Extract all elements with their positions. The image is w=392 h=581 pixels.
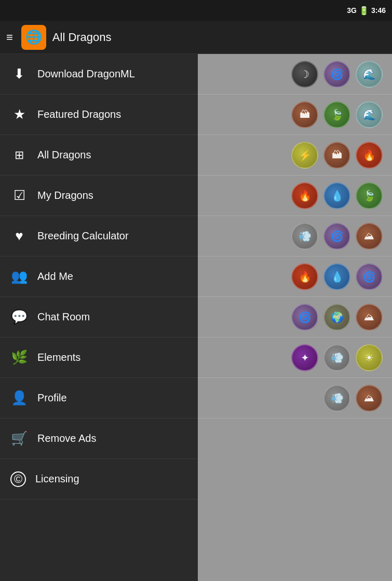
sidebar-item-chat-room[interactable]: 💬 Chat Room bbox=[0, 297, 198, 337]
sidebar-label-all-dragons: All Dragons bbox=[37, 149, 91, 161]
sidebar-item-licensing[interactable]: © Licensing bbox=[0, 459, 198, 499]
dragon-row-2: 🏔 🍃 🌊 bbox=[198, 94, 392, 135]
profile-icon: 👤 bbox=[10, 390, 28, 406]
element-nature2[interactable]: 🍃 bbox=[356, 182, 383, 209]
content-panel: ☽ 🌀 🌊 🏔 🍃 🌊 ⚡ bbox=[198, 54, 392, 581]
main-layout: ⬇ Download DragonML ★ Featured Dragons ⊞… bbox=[0, 54, 392, 581]
sidebar-item-elements[interactable]: 🌿 Elements bbox=[0, 337, 198, 378]
element-water2[interactable]: 💧 bbox=[323, 263, 350, 290]
copyright-icon: © bbox=[10, 471, 26, 487]
element-air[interactable]: 💨 bbox=[291, 223, 318, 250]
element-earth[interactable]: 🌍 bbox=[323, 304, 350, 331]
sidebar-item-featured-dragons[interactable]: ★ Featured Dragons bbox=[0, 94, 198, 135]
dragon-row-3: ⚡ 🏔 🔥 bbox=[198, 135, 392, 175]
dragon-row-1: ☽ 🌀 🌊 bbox=[198, 54, 392, 94]
dragon-row-8: ✦ 💨 ☀ bbox=[198, 337, 392, 378]
element-purple[interactable]: ✦ bbox=[291, 344, 318, 371]
sidebar-label-breeding-calculator: Breeding Calculator bbox=[37, 230, 129, 242]
element-nature[interactable]: 🍃 bbox=[323, 101, 350, 128]
battery-icon: 🔋 bbox=[359, 6, 369, 16]
sidebar-label-my-dragons: My Dragons bbox=[37, 190, 93, 201]
sidebar-item-download-dragonml[interactable]: ⬇ Download DragonML bbox=[0, 54, 198, 94]
element-wind4[interactable]: 🌀 bbox=[291, 304, 318, 331]
app-header: ≡ 🌐 All Dragons bbox=[0, 21, 392, 54]
element-water[interactable]: 💧 bbox=[323, 182, 350, 209]
dragon-row-4: 🔥 💧 🍃 bbox=[198, 175, 392, 216]
app-logo: 🌐 bbox=[21, 25, 46, 50]
element-sun[interactable]: ☀ bbox=[356, 344, 383, 371]
download-icon: ⬇ bbox=[10, 66, 28, 82]
element-terra3[interactable]: ⛰ bbox=[356, 385, 383, 412]
element-wind[interactable]: 🌀 bbox=[323, 61, 350, 88]
dragon-row-5: 💨 🌀 ⛰ bbox=[198, 216, 392, 256]
dragon-row-7: 🌀 🌍 ⛰ bbox=[198, 297, 392, 337]
grid-icon: ⊞ bbox=[10, 148, 28, 162]
clock: 3:46 bbox=[371, 6, 386, 15]
sidebar-label-download-dragonml: Download DragonML bbox=[37, 68, 135, 80]
dragon-row-9: 💨 ⛰ bbox=[198, 378, 392, 418]
dragon-row-6: 🔥 💧 🌀 bbox=[198, 256, 392, 297]
element-fire3[interactable]: 🔥 bbox=[291, 263, 318, 290]
element-mountain[interactable]: ⛰ bbox=[356, 223, 383, 250]
element-terra[interactable]: 🏔 bbox=[291, 101, 318, 128]
logo-symbol: 🌐 bbox=[25, 29, 42, 45]
sidebar-item-all-dragons[interactable]: ⊞ All Dragons bbox=[0, 135, 198, 175]
signal-indicator: 3G bbox=[347, 6, 357, 15]
element-terra2[interactable]: 🏔 bbox=[323, 142, 350, 169]
status-bar: 3G 🔋 3:46 bbox=[0, 0, 392, 21]
sidebar-label-remove-ads: Remove Ads bbox=[37, 433, 96, 444]
cart-icon: 🛒 bbox=[10, 430, 28, 447]
leaf-icon: 🌿 bbox=[10, 349, 28, 366]
sidebar: ⬇ Download DragonML ★ Featured Dragons ⊞… bbox=[0, 54, 198, 581]
sidebar-label-featured-dragons: Featured Dragons bbox=[37, 109, 121, 120]
element-wind3[interactable]: 🌀 bbox=[356, 263, 383, 290]
check-icon: ☑ bbox=[10, 187, 28, 204]
element-fire2[interactable]: 🔥 bbox=[291, 182, 318, 209]
element-moon[interactable]: ☽ bbox=[291, 61, 318, 88]
element-sea[interactable]: 🌊 bbox=[356, 61, 383, 88]
sidebar-item-add-me[interactable]: 👥 Add Me bbox=[0, 256, 198, 297]
sidebar-label-add-me: Add Me bbox=[37, 271, 73, 282]
element-wind2[interactable]: 🌀 bbox=[323, 223, 350, 250]
sidebar-item-my-dragons[interactable]: ☑ My Dragons bbox=[0, 175, 198, 216]
sidebar-item-breeding-calculator[interactable]: ♥ Breeding Calculator bbox=[0, 216, 198, 256]
hamburger-icon[interactable]: ≡ bbox=[6, 31, 13, 44]
element-air2[interactable]: 💨 bbox=[323, 344, 350, 371]
add-people-icon: 👥 bbox=[10, 268, 28, 285]
sidebar-label-profile: Profile bbox=[37, 392, 67, 404]
app-title: All Dragons bbox=[52, 31, 112, 44]
element-lightning[interactable]: ⚡ bbox=[291, 142, 318, 169]
element-sea2[interactable]: 🌊 bbox=[356, 101, 383, 128]
sidebar-label-elements: Elements bbox=[37, 352, 80, 363]
element-mountain2[interactable]: ⛰ bbox=[356, 304, 383, 331]
star-icon: ★ bbox=[10, 106, 28, 123]
heart-icon: ♥ bbox=[10, 228, 28, 244]
chat-icon: 💬 bbox=[10, 309, 28, 325]
status-icons: 3G 🔋 3:46 bbox=[347, 6, 386, 16]
element-air3[interactable]: 💨 bbox=[323, 385, 350, 412]
element-fire[interactable]: 🔥 bbox=[356, 142, 383, 169]
sidebar-item-remove-ads[interactable]: 🛒 Remove Ads bbox=[0, 418, 198, 459]
sidebar-label-licensing: Licensing bbox=[35, 473, 79, 485]
sidebar-label-chat-room: Chat Room bbox=[37, 311, 90, 323]
sidebar-item-profile[interactable]: 👤 Profile bbox=[0, 378, 198, 418]
